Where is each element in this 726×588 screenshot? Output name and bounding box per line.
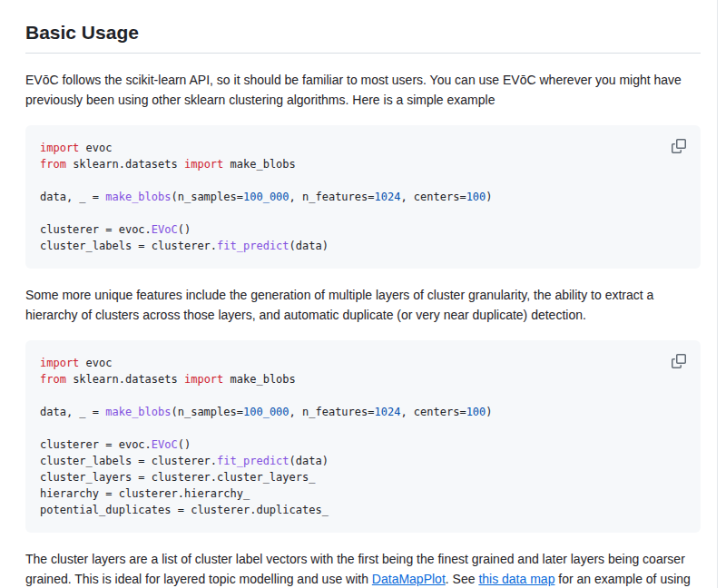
code-block-extended-example: import evocfrom sklearn.datasets import … — [25, 340, 701, 533]
copy-button[interactable] — [666, 133, 692, 159]
code-content: import evocfrom sklearn.datasets import … — [40, 140, 686, 254]
doc-page: Basic Usage EVōC follows the scikit-lear… — [0, 0, 726, 588]
outro-text-2: . See — [446, 572, 479, 586]
copy-button[interactable] — [666, 348, 692, 374]
data-map-link[interactable]: this data map — [478, 572, 554, 586]
page-right-border — [717, 0, 718, 588]
datamapplot-link[interactable]: DataMapPlot — [372, 572, 446, 586]
copy-icon — [672, 354, 686, 368]
code-block-basic-example: import evocfrom sklearn.datasets import … — [25, 125, 701, 269]
code-content: import evocfrom sklearn.datasets import … — [40, 355, 686, 518]
copy-icon — [672, 139, 686, 153]
outro-paragraph: The cluster layers are a list of cluster… — [25, 549, 701, 588]
page-title: Basic Usage — [25, 22, 701, 54]
intro-paragraph: EVōC follows the scikit-learn API, so it… — [25, 70, 701, 111]
features-paragraph: Some more unique features include the ge… — [25, 285, 701, 326]
